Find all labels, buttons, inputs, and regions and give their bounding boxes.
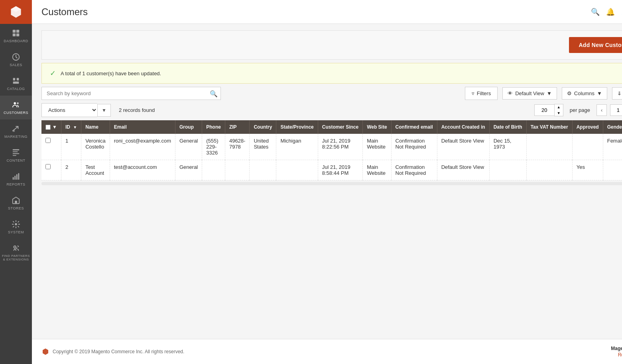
td-account-created: Default Store View (437, 160, 489, 180)
footer-version-label: Magento (611, 346, 622, 351)
td-confirmed-email: Confirmation Not Required (391, 160, 437, 180)
success-icon: ✓ (50, 69, 56, 78)
sidebar-item-partners[interactable]: FIND PARTNERS & EXTENSIONS (0, 239, 32, 266)
previous-page-button[interactable]: ‹ (596, 104, 607, 116)
sidebar-item-dashboard[interactable]: DASHBOARD (0, 24, 32, 48)
td-id: 1 (61, 134, 81, 160)
columns-label: Columns (574, 90, 594, 96)
table-row: 2 Test Account test@account.com General … (41, 160, 622, 180)
per-page-up-button[interactable]: ▲ (555, 104, 563, 110)
sidebar-item-label: STORES (8, 206, 24, 210)
export-button[interactable]: ⇓ Export ▼ (612, 87, 622, 100)
svg-point-21 (14, 246, 16, 249)
sidebar-item-label: CONTENT (7, 159, 26, 162)
add-new-customer-button[interactable]: Add New Customer (569, 37, 622, 53)
td-group: General (175, 134, 202, 160)
content-area: Add New Customer ✓ A total of 1 customer… (32, 24, 622, 339)
columns-button[interactable]: ⚙ Columns ▼ (562, 87, 607, 100)
footer-logo: Copyright © 2019 Magento Commerce Inc. A… (41, 348, 184, 356)
per-page-down-button[interactable]: ▼ (555, 110, 563, 116)
th-dob[interactable]: Date of Birth (489, 120, 526, 134)
td-confirmed-email: Confirmation Not Required (391, 134, 437, 160)
default-view-select[interactable]: 👁 Default View ▼ (502, 87, 557, 100)
row-checkbox[interactable] (45, 164, 51, 169)
th-gender[interactable]: Gender (603, 120, 622, 134)
th-country[interactable]: Country (250, 120, 276, 134)
td-id: 2 (61, 160, 81, 180)
sidebar-item-label: CATALOG (7, 87, 25, 91)
th-phone[interactable]: Phone (202, 120, 225, 134)
td-country: United States (250, 134, 276, 160)
svg-rect-3 (16, 33, 19, 36)
th-zip[interactable]: ZIP (225, 120, 249, 134)
td-tax-vat (526, 160, 572, 180)
report-issue-link[interactable]: Report an Issue (611, 352, 622, 358)
default-view-label: Default View (515, 90, 544, 96)
th-group[interactable]: Group (175, 120, 202, 134)
td-zip (225, 160, 249, 180)
select-all-checkbox[interactable] (45, 125, 51, 130)
customers-table: ▼ ID ▼ Name Email Group Phone ZIP Countr… (41, 120, 622, 180)
sidebar-item-label: SALES (10, 63, 22, 67)
td-email: roni_cost@example.com (110, 134, 175, 160)
sidebar-item-customers[interactable]: CUSTOMERS (0, 96, 32, 119)
th-customer-since[interactable]: Customer Since (318, 120, 362, 134)
svg-rect-13 (13, 153, 20, 154)
actions-dropdown-button[interactable]: ▼ (97, 104, 111, 117)
filters-button[interactable]: ▿ Filters (465, 87, 498, 100)
chevron-down-icon[interactable]: ▼ (52, 124, 57, 130)
th-name[interactable]: Name (81, 120, 110, 134)
td-tax-vat (526, 134, 572, 160)
sidebar-item-sales[interactable]: SALES (0, 48, 32, 72)
row-checkbox[interactable] (45, 138, 51, 143)
sidebar-item-marketing[interactable]: MARKETING (0, 119, 32, 143)
svg-rect-5 (13, 78, 16, 80)
search-icon[interactable]: 🔍 (591, 8, 600, 16)
sidebar-item-label: SYSTEM (8, 230, 24, 234)
current-page-input[interactable] (610, 104, 622, 116)
actions-select[interactable]: Actions (41, 103, 97, 117)
svg-rect-17 (16, 174, 18, 180)
page-footer: Copyright © 2019 Magento Commerce Inc. A… (32, 339, 622, 364)
svg-rect-18 (18, 173, 20, 180)
svg-rect-11 (13, 149, 20, 151)
th-website[interactable]: Web Site (363, 120, 391, 134)
th-checkbox: ▼ (41, 120, 61, 134)
main-content: Customers 🔍 🔔 👤 admin ▼ Add New Customer… (32, 0, 622, 364)
per-page-arrows: ▲ ▼ (554, 104, 563, 117)
filter-icon: ▿ (472, 90, 474, 96)
svg-rect-1 (16, 30, 19, 33)
table-body: 1 Veronica Costello roni_cost@example.co… (41, 134, 622, 180)
sort-arrow-id: ▼ (73, 125, 77, 129)
sidebar-item-content[interactable]: CONTENT (0, 143, 32, 167)
gear-icon: ⚙ (567, 90, 572, 96)
search-input[interactable] (41, 87, 221, 100)
th-approved[interactable]: Approved (572, 120, 603, 134)
sidebar-item-reports[interactable]: REPORTS (0, 167, 32, 191)
page-header: Customers 🔍 🔔 👤 admin ▼ (32, 0, 622, 24)
filters-label: Filters (477, 90, 491, 96)
horizontal-scrollbar[interactable] (41, 182, 622, 185)
eye-icon: 👁 (508, 90, 513, 96)
th-id[interactable]: ID ▼ (61, 120, 81, 134)
svg-point-10 (13, 130, 15, 132)
svg-point-20 (15, 223, 17, 225)
table-container: ▼ ID ▼ Name Email Group Phone ZIP Countr… (41, 120, 622, 185)
td-gender: Female (603, 134, 622, 160)
search-button[interactable]: 🔍 (210, 90, 218, 97)
th-tax-vat[interactable]: Tax VAT Number (526, 120, 572, 134)
sidebar-item-label: MARKETING (4, 135, 28, 139)
header-actions: 🔍 🔔 👤 admin ▼ (591, 8, 622, 16)
td-checkbox (41, 160, 61, 180)
td-phone: (555) 229-3326 (202, 134, 225, 160)
th-state[interactable]: State/Province (276, 120, 318, 134)
th-confirmed-email[interactable]: Confirmed email (391, 120, 437, 134)
th-email[interactable]: Email (110, 120, 175, 134)
sidebar-item-stores[interactable]: STORES (0, 191, 32, 215)
sidebar-item-system[interactable]: SYSTEM (0, 215, 32, 239)
th-account-created[interactable]: Account Created in (437, 120, 489, 134)
svg-rect-7 (13, 82, 19, 84)
sidebar-item-catalog[interactable]: CATALOG (0, 72, 32, 96)
per-page-input[interactable] (534, 104, 554, 116)
notification-icon[interactable]: 🔔 (606, 8, 615, 16)
